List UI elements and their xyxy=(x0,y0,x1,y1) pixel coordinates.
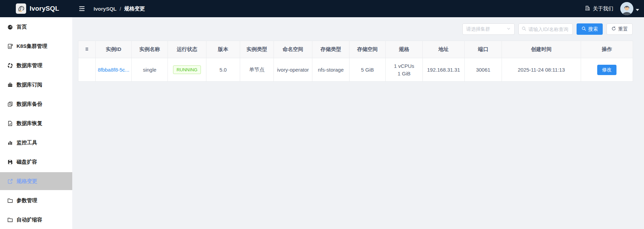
sidebar-item-spec-change[interactable]: 规格变更 xyxy=(0,172,72,190)
dashboard-icon xyxy=(7,24,13,30)
database-manage-icon xyxy=(7,63,13,69)
instance-id-link[interactable]: 8fbba8f8-5c... xyxy=(98,67,129,73)
reset-button-label: 重置 xyxy=(618,26,628,32)
sidebar-item-monitor-tools[interactable]: 监控工具 xyxy=(0,134,72,152)
table-header-menu-cell xyxy=(78,41,96,58)
main-content: 请选择集群 xyxy=(72,17,644,229)
instances-table: 实例ID 实例名称 运行状态 版本 实例类型 命名空间 存储类型 存储空间 规格… xyxy=(78,41,633,82)
sidebar-item-home[interactable]: 首页 xyxy=(0,18,72,36)
table-header-cell: 实例ID xyxy=(96,41,132,58)
sidebar-item-label: 自动扩缩容 xyxy=(17,217,42,223)
search-icon xyxy=(522,26,526,32)
refresh-icon xyxy=(611,26,616,32)
sidebar-item-database-backup[interactable]: 数据库备份 xyxy=(0,95,72,113)
chevron-down-icon xyxy=(506,26,511,32)
filter-bar: 请选择集群 xyxy=(78,23,633,35)
ivorysql-logo-icon xyxy=(16,3,26,14)
cluster-select[interactable]: 请选择集群 xyxy=(462,23,515,35)
about-us-label: 关于我们 xyxy=(593,6,613,12)
table-header-cell: 运行状态 xyxy=(168,41,206,58)
search-icon xyxy=(581,26,586,32)
spec-memory: 1 GiB xyxy=(386,70,422,77)
sidebar-item-database-subscribe[interactable]: 数据库订阅 xyxy=(0,76,72,94)
breadcrumb: IvorySQL / 规格变更 xyxy=(94,6,145,12)
sidebar-item-k8s-cluster[interactable]: K8S集群管理 xyxy=(0,37,72,55)
table-header-cell: 命名空间 xyxy=(274,41,312,58)
port-cell: 30061 xyxy=(465,58,502,82)
subscribe-icon xyxy=(7,82,13,88)
sidebar-item-auto-scale[interactable]: 自动扩缩容 xyxy=(0,211,72,229)
brand-title: IvorySQL xyxy=(30,5,59,12)
search-input-wrapper xyxy=(518,23,573,35)
instance-type-cell: 单节点 xyxy=(240,58,274,82)
table-header-cell: 存储空间 xyxy=(350,41,386,58)
breadcrumb-separator: / xyxy=(120,6,121,12)
sidebar-item-label: 首页 xyxy=(17,24,27,30)
topbar: IvorySQL IvorySQL / 规格变更 关于我们 xyxy=(0,0,644,17)
namespace-cell: ivory-operator xyxy=(274,58,312,82)
about-us-link[interactable]: 关于我们 xyxy=(584,5,613,12)
row-select-cell xyxy=(78,58,96,82)
storage-type-cell: nfs-storage xyxy=(312,58,350,82)
sidebar-item-label: 监控工具 xyxy=(17,139,37,146)
restore-icon xyxy=(7,121,13,126)
folder-icon xyxy=(7,198,13,204)
monitor-icon xyxy=(7,140,13,146)
sidebar-item-database-restore[interactable]: 数据库恢复 xyxy=(0,114,72,132)
backup-icon xyxy=(7,101,13,107)
sidebar-item-disk-expand[interactable]: 磁盘扩容 xyxy=(0,153,72,171)
breadcrumb-item-current: 规格变更 xyxy=(124,6,145,12)
sidebar-item-label: 参数管理 xyxy=(17,197,37,204)
modify-button[interactable]: 修改 xyxy=(597,65,616,75)
version-cell: 5.0 xyxy=(206,58,240,82)
created-time-cell: 2025-11-24 08:11:13 xyxy=(502,58,581,82)
reset-button[interactable]: 重置 xyxy=(607,23,633,35)
sidebar-item-label: 数据库管理 xyxy=(17,62,42,69)
sidebar-item-database-manage[interactable]: 数据库管理 xyxy=(0,56,72,74)
table-header-cell: 实例类型 xyxy=(240,41,274,58)
table-header-cell: 存储类型 xyxy=(312,41,350,58)
menu-fold-icon[interactable] xyxy=(78,5,85,12)
user-menu[interactable] xyxy=(620,2,639,15)
table-header-cell: 地址 xyxy=(423,41,465,58)
search-button[interactable]: 搜索 xyxy=(577,23,603,35)
sidebar-item-label: K8S集群管理 xyxy=(17,43,47,50)
table-header-cell: 操作 xyxy=(581,41,633,58)
table-header-cell: 创建时间 xyxy=(502,41,581,58)
spec-change-icon xyxy=(7,178,13,184)
spec-cpu: 1 vCPUs xyxy=(386,62,422,70)
search-button-label: 搜索 xyxy=(588,26,598,32)
sidebar-item-label: 规格变更 xyxy=(17,178,37,185)
chevron-down-icon xyxy=(636,9,639,11)
spec-cell: 1 vCPUs 1 GiB xyxy=(386,58,423,82)
sidebar-item-label: 磁盘扩容 xyxy=(17,159,37,165)
status-badge: RUNNING xyxy=(173,65,201,74)
cluster-icon xyxy=(7,43,13,49)
breadcrumb-item-root[interactable]: IvorySQL xyxy=(94,6,117,12)
search-input[interactable] xyxy=(528,27,570,32)
sidebar-item-label: 数据库恢复 xyxy=(17,120,42,127)
sidebar-item-param-manage[interactable]: 参数管理 xyxy=(0,191,72,209)
list-menu-icon[interactable] xyxy=(84,46,89,52)
table-header-cell: 端口 xyxy=(465,41,502,58)
avatar xyxy=(620,2,633,15)
sidebar: 首页 K8S集群管理 数据库管理 xyxy=(0,17,72,229)
table-row: 8fbba8f8-5c... single RUNNING 5.0 单节点 iv… xyxy=(78,58,633,82)
storage-size-cell: 5 GiB xyxy=(350,58,386,82)
sidebar-item-label: 数据库订阅 xyxy=(17,82,42,88)
building-icon xyxy=(584,5,590,12)
instance-name-cell: single xyxy=(132,58,168,82)
address-cell: 192.168.31.31 xyxy=(423,58,465,82)
disk-icon xyxy=(7,159,13,165)
folder-icon xyxy=(7,217,13,223)
table-header-cell: 规格 xyxy=(386,41,423,58)
sidebar-item-label: 数据库备份 xyxy=(17,101,42,107)
table-header-cell: 版本 xyxy=(206,41,240,58)
cluster-select-placeholder: 请选择集群 xyxy=(466,26,490,32)
table-header-cell: 实例名称 xyxy=(132,41,168,58)
table-header-row: 实例ID 实例名称 运行状态 版本 实例类型 命名空间 存储类型 存储空间 规格… xyxy=(78,41,633,58)
